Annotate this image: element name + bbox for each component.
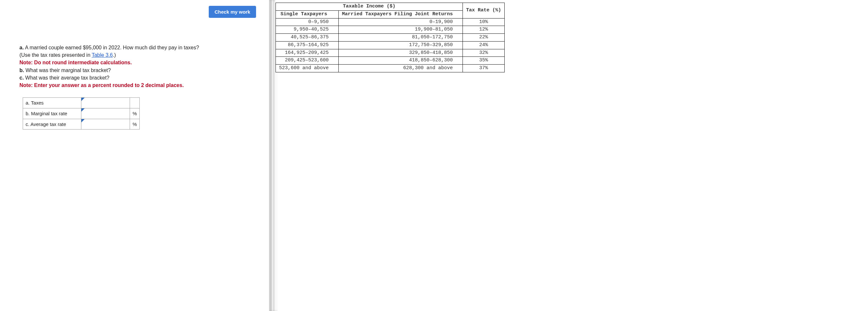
question-a-label: a. xyxy=(20,45,24,50)
cell-single: 40,525–86,375 xyxy=(276,34,339,41)
tax-table-title: Taxable Income ($) xyxy=(276,3,463,11)
answer-row-marginal: b. Marginal tax rate % xyxy=(23,108,140,119)
single-header: Single Taxpayers xyxy=(276,10,339,18)
answer-row-average: c. Average tax rate % xyxy=(23,119,140,130)
cell-single: 164,925–209,425 xyxy=(276,49,339,57)
table-row: 9,950–40,525 19,900–81,050 12% xyxy=(276,26,505,34)
cell-married: 418,850–628,300 xyxy=(339,57,463,65)
question-b-text: What was their marginal tax bracket? xyxy=(24,67,111,73)
cell-married: 19,900–81,050 xyxy=(339,26,463,34)
table-row: 0–9,950 0–19,900 10% xyxy=(276,18,505,26)
question-a-text: A married couple earned $95,000 in 2022.… xyxy=(24,45,199,50)
question-c-text: What was their average tax bracket? xyxy=(24,75,109,81)
answer-label-a: a. Taxes xyxy=(23,98,81,108)
average-rate-input[interactable] xyxy=(81,119,130,130)
marginal-rate-input[interactable] xyxy=(81,108,130,119)
cell-single: 523,600 and above xyxy=(276,65,339,73)
cell-rate: 12% xyxy=(463,26,505,34)
note-a: Note: Do not round intermediate calculat… xyxy=(20,60,132,65)
table-link[interactable]: Table 3.6 xyxy=(92,52,113,58)
cell-married: 81,050–172,750 xyxy=(339,34,463,41)
question-a-paren-suffix: .) xyxy=(113,52,116,58)
answer-label-b: b. Marginal tax rate xyxy=(23,108,81,119)
cell-single: 9,950–40,525 xyxy=(276,26,339,34)
cell-single: 0–9,950 xyxy=(276,18,339,26)
cell-married: 628,300 and above xyxy=(339,65,463,73)
tax-rate-header: Tax Rate (%) xyxy=(463,3,505,19)
question-b: b. What was their marginal tax bracket? xyxy=(20,66,269,74)
answer-unit-b: % xyxy=(130,108,140,119)
table-row: 86,375–164,925 172,750–329,850 24% xyxy=(276,41,505,49)
cell-rate: 10% xyxy=(463,18,505,26)
answer-unit-a xyxy=(130,98,140,108)
question-pane: Check my work a. A married couple earned… xyxy=(10,0,269,130)
taxes-input[interactable] xyxy=(81,98,130,108)
answer-input-cell-a xyxy=(81,98,130,108)
answer-label-c: c. Average tax rate xyxy=(23,119,81,130)
tax-table-pane: Taxable Income ($) Tax Rate (%) Single T… xyxy=(276,0,502,73)
question-block: a. A married couple earned $95,000 in 20… xyxy=(10,18,269,130)
question-a: a. A married couple earned $95,000 in 20… xyxy=(20,44,269,66)
input-marker-icon xyxy=(81,98,85,101)
input-marker-icon xyxy=(81,108,85,112)
cell-rate: 24% xyxy=(463,41,505,49)
question-a-paren-prefix: (Use the tax rates presented in xyxy=(20,52,92,58)
table-row: 209,425–523,600 418,850–628,300 35% xyxy=(276,57,505,65)
cell-married: 0–19,900 xyxy=(339,18,463,26)
tax-table-body: 0–9,950 0–19,900 10% 9,950–40,525 19,900… xyxy=(276,18,505,72)
question-c-label: c. xyxy=(20,75,24,81)
answer-unit-c: % xyxy=(130,119,140,130)
tax-table: Taxable Income ($) Tax Rate (%) Single T… xyxy=(276,3,505,73)
answer-row-taxes: a. Taxes xyxy=(23,98,140,108)
question-b-label: b. xyxy=(20,67,24,73)
answer-table: a. Taxes b. Marginal tax rate % c. Avera… xyxy=(23,97,140,130)
cell-single: 209,425–523,600 xyxy=(276,57,339,65)
answer-input-cell-b xyxy=(81,108,130,119)
note-c: Note: Enter your answer as a percent rou… xyxy=(20,82,184,88)
question-c: c. What was their average tax bracket? N… xyxy=(20,74,269,89)
cell-rate: 35% xyxy=(463,57,505,65)
cell-married: 329,850–418,850 xyxy=(339,49,463,57)
cell-rate: 32% xyxy=(463,49,505,57)
input-marker-icon xyxy=(81,119,85,122)
cell-single: 86,375–164,925 xyxy=(276,41,339,49)
cell-married: 172,750–329,850 xyxy=(339,41,463,49)
married-header: Married Taxpayers Filing Joint Returns xyxy=(339,10,463,18)
check-my-work-button[interactable]: Check my work xyxy=(209,6,256,18)
table-row: 523,600 and above 628,300 and above 37% xyxy=(276,65,505,73)
table-row: 164,925–209,425 329,850–418,850 32% xyxy=(276,49,505,57)
answer-input-cell-c xyxy=(81,119,130,130)
cell-rate: 37% xyxy=(463,65,505,73)
table-row: 40,525–86,375 81,050–172,750 22% xyxy=(276,34,505,41)
cell-rate: 22% xyxy=(463,34,505,41)
